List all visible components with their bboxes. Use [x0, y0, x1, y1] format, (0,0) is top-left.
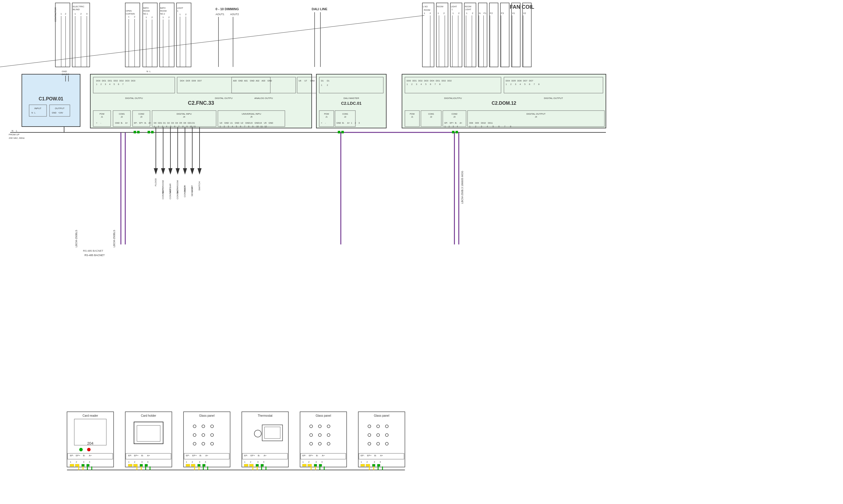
svg-text:GND: GND	[115, 122, 120, 124]
svg-text:C2.FNC.33: C2.FNC.33	[188, 100, 214, 106]
svg-text:2: 2	[355, 122, 356, 124]
svg-text:1: 1	[145, 16, 147, 19]
svg-text:LBCM-250BLS: LBCM-250BLS	[113, 230, 116, 247]
svg-text:3: 3	[315, 461, 317, 463]
svg-text:GD1: GD1	[188, 122, 192, 124]
svg-text:D6: D6	[184, 122, 186, 124]
svg-text:2: 2	[134, 15, 135, 18]
svg-text:J4: J4	[183, 116, 185, 118]
svg-text:DO0: DO0	[96, 80, 101, 82]
svg-text:2: 2	[81, 13, 82, 15]
svg-text:POW: POW	[100, 113, 105, 115]
svg-text:8: 8	[510, 125, 511, 127]
svg-rect-431	[256, 464, 259, 466]
svg-text:1: 1	[186, 461, 187, 463]
svg-text:EP+: EP+	[76, 454, 81, 457]
svg-text:1: 1	[162, 16, 164, 19]
svg-text:1: 1	[96, 83, 97, 85]
svg-text:1: 1	[74, 13, 76, 15]
svg-text:DIGITAL INPU: DIGITAL INPU	[176, 113, 192, 115]
svg-text:D4: D4	[175, 122, 178, 124]
svg-text:Glass panel: Glass panel	[374, 414, 390, 417]
svg-rect-508	[148, 131, 150, 133]
svg-text:4: 4	[166, 125, 167, 127]
svg-text:DO4: DO4	[506, 80, 510, 82]
svg-text:D010: D010	[481, 122, 486, 124]
svg-text:2: 2	[152, 16, 153, 19]
svg-rect-412	[191, 464, 195, 466]
svg-text:D2: D2	[167, 122, 170, 124]
svg-text:A+: A+	[147, 454, 150, 457]
svg-rect-429	[244, 464, 248, 466]
svg-text:4: 4	[109, 83, 110, 85]
svg-text:LBCM-250BLS: LBCM-250BLS	[75, 230, 78, 247]
svg-text:DO1: DO1	[412, 80, 417, 82]
svg-text:4: 4	[89, 461, 90, 463]
svg-text:Thermostat: Thermostat	[258, 414, 273, 417]
svg-text:2: 2	[76, 461, 77, 463]
svg-rect-430	[250, 464, 254, 466]
svg-point-358	[79, 448, 83, 451]
svg-text:EP+: EP+	[450, 122, 453, 124]
svg-text:J3: J3	[140, 116, 142, 118]
svg-text:SENSOR: SENSOR	[191, 186, 193, 196]
svg-text:DO3: DO3	[424, 80, 429, 82]
svg-text:B-: B-	[258, 454, 260, 457]
svg-text:B-: B-	[121, 122, 123, 124]
svg-text:8: 8	[439, 83, 441, 85]
svg-text:EP+: EP+	[139, 122, 143, 124]
svg-point-359	[87, 448, 91, 451]
svg-text:BATH: BATH	[143, 7, 149, 9]
svg-text:DO6: DO6	[192, 80, 196, 82]
svg-rect-454	[308, 464, 312, 466]
svg-text:6: 6	[529, 83, 530, 85]
svg-text:B-: B-	[144, 122, 147, 124]
svg-rect-453	[303, 464, 307, 466]
svg-text:OUTPUT: OUTPUT	[55, 107, 65, 110]
svg-text:A+: A+	[149, 122, 151, 124]
svg-text:9: 9	[186, 125, 188, 127]
svg-text:DIGITAL OUTPU: DIGITAL OUTPU	[215, 97, 233, 100]
svg-text:1: 1	[451, 8, 453, 11]
svg-text:1: 1	[154, 125, 155, 127]
svg-text:DO4: DO4	[180, 80, 184, 82]
svg-text:1: 1	[70, 461, 71, 463]
svg-rect-389	[140, 464, 143, 466]
svg-text:3: 3	[141, 461, 143, 463]
svg-text:EP-: EP-	[128, 454, 132, 457]
svg-text:1: 1	[177, 10, 178, 12]
svg-text:2: 2	[475, 125, 476, 127]
svg-text:GND: GND	[245, 122, 250, 124]
svg-text:LIGHT: LIGHT	[177, 7, 183, 9]
svg-text:EP-: EP-	[134, 122, 137, 124]
svg-text:1: 1	[424, 12, 425, 15]
svg-text:N: N	[479, 12, 481, 15]
svg-text:1: 1	[220, 125, 221, 127]
svg-text:L: L	[16, 129, 17, 132]
svg-text:2: 2	[168, 16, 170, 19]
svg-rect-480	[377, 464, 380, 466]
svg-text:GND: GND	[62, 70, 67, 73]
svg-text:2: 2	[430, 12, 431, 15]
svg-text:LIGHT: LIGHT	[465, 8, 471, 11]
svg-text:2: 2	[411, 83, 412, 85]
svg-text:4: 4	[232, 125, 233, 127]
svg-text:DO1: DO1	[436, 80, 440, 82]
svg-text:EP+: EP+	[192, 454, 197, 457]
svg-text:C2.DOM.12: C2.DOM.12	[492, 101, 516, 106]
svg-text:2: 2	[224, 125, 225, 127]
svg-text:COM2: COM2	[138, 113, 144, 115]
svg-text:N: N	[12, 129, 13, 132]
svg-text:7: 7	[122, 83, 123, 85]
svg-text:4: 4	[321, 461, 323, 463]
svg-text:DO4: DO4	[430, 80, 434, 82]
svg-text:COM1: COM1	[428, 113, 434, 115]
svg-text:1: 1	[407, 83, 408, 85]
svg-text:1: 1	[128, 461, 130, 463]
svg-text:A+: A+	[460, 122, 462, 124]
svg-text:EP-: EP-	[70, 454, 74, 457]
svg-text:EP-: EP-	[244, 454, 248, 457]
svg-text:6: 6	[118, 83, 119, 85]
svg-text:GND: GND	[269, 122, 273, 124]
svg-text:2: 2	[472, 12, 474, 15]
